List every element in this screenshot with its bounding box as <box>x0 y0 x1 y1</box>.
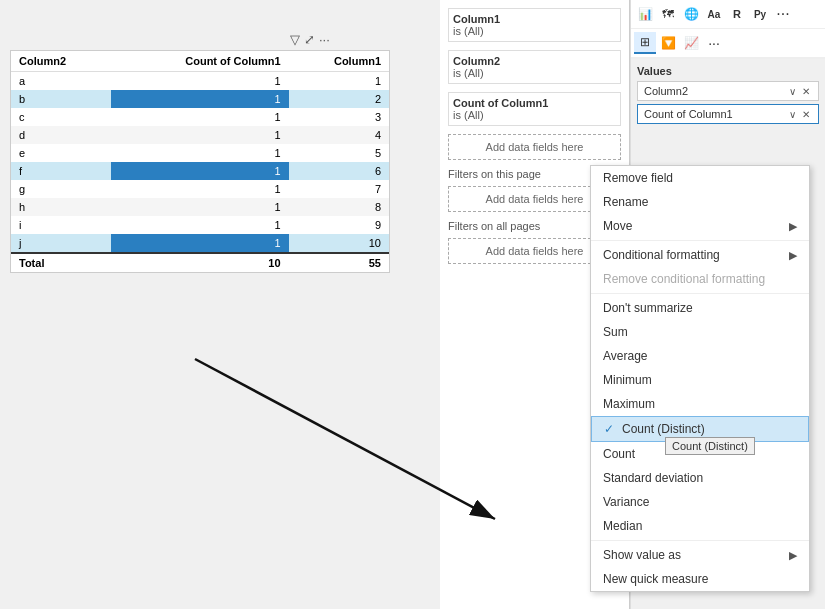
menu-show-value-as-label: Show value as <box>603 548 681 562</box>
table-cell-count: 1 <box>111 162 288 180</box>
table-cell-col2: i <box>11 216 111 234</box>
menu-conditional-formatting-label: Conditional formatting <box>603 248 720 262</box>
menu-sum[interactable]: Sum <box>591 320 809 344</box>
menu-median-label: Median <box>603 519 642 533</box>
table-cell-col1: 6 <box>289 162 389 180</box>
add-data-field-1[interactable]: Add data fields here <box>448 134 621 160</box>
menu-rename[interactable]: Rename <box>591 190 809 214</box>
table-cell-col2: g <box>11 180 111 198</box>
col2-header: Column2 <box>11 51 111 72</box>
filter-column1-field: Column1 <box>453 13 616 25</box>
icon-aar[interactable]: Aa <box>703 3 725 25</box>
chip-count-actions: ∨ ✕ <box>787 109 812 120</box>
table-cell-col2: d <box>11 126 111 144</box>
menu-remove-conditional-label: Remove conditional formatting <box>603 272 765 286</box>
menu-variance[interactable]: Variance <box>591 490 809 514</box>
menu-rename-label: Rename <box>603 195 648 209</box>
menu-new-quick-measure[interactable]: New quick measure <box>591 567 809 591</box>
expand-icon[interactable]: ⤢ <box>304 32 315 47</box>
table-cell-count: 1 <box>111 198 288 216</box>
filter-column2: Column2 is (All) <box>448 50 621 84</box>
filter-count-field: Count of Column1 <box>453 97 616 109</box>
chip-column2-close[interactable]: ✕ <box>800 86 812 97</box>
menu-median[interactable]: Median <box>591 514 809 538</box>
icon-R[interactable]: R <box>726 3 748 25</box>
filter-column2-field: Column2 <box>453 55 616 67</box>
menu-count-distinct-label: Count (Distinct) <box>622 422 705 436</box>
table-cell-col2: e <box>11 144 111 162</box>
data-table: Column2 Count of Column1 Column1 a11b12c… <box>11 51 389 272</box>
menu-conditional-formatting-arrow: ▶ <box>789 249 797 262</box>
menu-std-dev-label: Standard deviation <box>603 471 703 485</box>
menu-std-dev[interactable]: Standard deviation <box>591 466 809 490</box>
chip-count-close[interactable]: ✕ <box>800 109 812 120</box>
table-widget: Column2 Count of Column1 Column1 a11b12c… <box>10 50 390 273</box>
menu-minimum-label: Minimum <box>603 373 652 387</box>
menu-remove-field[interactable]: Remove field <box>591 166 809 190</box>
values-section: Values Column2 ∨ ✕ Count of Column1 ∨ ✕ <box>631 59 825 133</box>
viz-toolbar: 📊 🗺 🌐 Aa R Py ··· ⊞ 🔽 📈 ··· <box>631 0 825 59</box>
menu-average[interactable]: Average <box>591 344 809 368</box>
menu-conditional-formatting[interactable]: Conditional formatting ▶ <box>591 243 809 267</box>
table-cell-col1: 8 <box>289 198 389 216</box>
table-cell-col2: h <box>11 198 111 216</box>
menu-move-label: Move <box>603 219 632 233</box>
table-row: c13 <box>11 108 389 126</box>
menu-move[interactable]: Move ▶ <box>591 214 809 238</box>
menu-sep-3 <box>591 540 809 541</box>
table-cell-col2: a <box>11 72 111 91</box>
menu-move-arrow: ▶ <box>789 220 797 233</box>
menu-maximum[interactable]: Maximum <box>591 392 809 416</box>
chip-column2-dropdown[interactable]: ∨ <box>787 86 798 97</box>
chip-count-dropdown[interactable]: ∨ <box>787 109 798 120</box>
table-row: d14 <box>11 126 389 144</box>
table-cell-count: 1 <box>111 108 288 126</box>
filter-icon[interactable]: ▽ <box>290 32 300 47</box>
table-cell-col1: 2 <box>289 90 389 108</box>
icon-Py[interactable]: Py <box>749 3 771 25</box>
table-row: e15 <box>11 144 389 162</box>
icon-globe[interactable]: 🌐 <box>680 3 702 25</box>
menu-dont-summarize-label: Don't summarize <box>603 301 693 315</box>
menu-remove-conditional: Remove conditional formatting <box>591 267 809 291</box>
filter-count-value: is (All) <box>453 109 616 121</box>
table-cell-col2: j <box>11 234 111 253</box>
table-row: f16 <box>11 162 389 180</box>
filter-column1-value: is (All) <box>453 25 616 37</box>
total-col1: 55 <box>289 253 389 272</box>
col1-header: Column1 <box>289 51 389 72</box>
menu-dont-summarize[interactable]: Don't summarize <box>591 296 809 320</box>
filter-column1: Column1 is (All) <box>448 8 621 42</box>
value-chip-count[interactable]: Count of Column1 ∨ ✕ <box>637 104 819 124</box>
table-cell-col1: 4 <box>289 126 389 144</box>
icon-table[interactable]: ⊞ <box>634 32 656 54</box>
table-cell-col1: 3 <box>289 108 389 126</box>
table-row: j110 <box>11 234 389 253</box>
table-cell-col1: 5 <box>289 144 389 162</box>
total-label: Total <box>11 253 111 272</box>
table-row: g17 <box>11 180 389 198</box>
menu-remove-field-label: Remove field <box>603 171 673 185</box>
table-cell-count: 1 <box>111 126 288 144</box>
total-count: 10 <box>111 253 288 272</box>
chip-column2-actions: ∨ ✕ <box>787 86 812 97</box>
icon-map[interactable]: 🗺 <box>657 3 679 25</box>
chip-count-label: Count of Column1 <box>644 108 733 120</box>
menu-show-value-as-arrow: ▶ <box>789 549 797 562</box>
icon-format[interactable]: 🔽 <box>657 32 679 54</box>
icon-analytics[interactable]: 📈 <box>680 32 702 54</box>
values-title: Values <box>637 65 819 77</box>
menu-minimum[interactable]: Minimum <box>591 368 809 392</box>
icon-more-bottom[interactable]: ··· <box>703 32 725 54</box>
table-cell-col1: 10 <box>289 234 389 253</box>
chip-column2-label: Column2 <box>644 85 688 97</box>
menu-average-label: Average <box>603 349 647 363</box>
value-chip-column2[interactable]: Column2 ∨ ✕ <box>637 81 819 101</box>
more-icon[interactable]: ··· <box>319 32 330 47</box>
icon-more-top[interactable]: ··· <box>772 3 794 25</box>
icon-chart-bar[interactable]: 📊 <box>634 3 656 25</box>
menu-show-value-as[interactable]: Show value as ▶ <box>591 543 809 567</box>
toolbar-row-1: 📊 🗺 🌐 Aa R Py ··· <box>631 0 825 29</box>
table-header-row: Column2 Count of Column1 Column1 <box>11 51 389 72</box>
table-cell-col2: b <box>11 90 111 108</box>
